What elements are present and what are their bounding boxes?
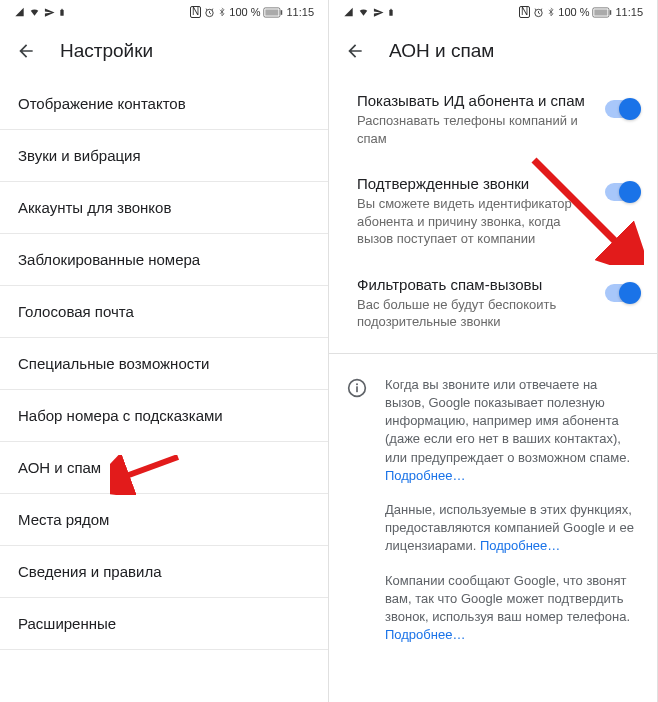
status-left-icons: [343, 7, 395, 18]
svg-rect-8: [390, 8, 391, 9]
arrow-back-icon: [345, 41, 365, 61]
alarm-icon: [204, 7, 215, 18]
status-bar: N 100 % 11:15: [329, 0, 657, 24]
svg-rect-15: [356, 386, 358, 392]
settings-content: Показывать ИД абонента и спам Распознава…: [329, 78, 657, 702]
bluetooth-icon: [547, 7, 555, 18]
toggle-filter-spam[interactable]: [605, 284, 639, 302]
learn-more-link[interactable]: Подробнее…: [480, 538, 560, 553]
toggle-verified-calls[interactable]: [605, 183, 639, 201]
app-bar: Настройки: [0, 24, 328, 78]
setting-text: Подтвержденные звонки Вы сможете видеть …: [357, 175, 589, 248]
svg-rect-4: [281, 10, 283, 15]
signal-icon: [343, 7, 354, 17]
battery-small-icon: [58, 7, 66, 18]
item-nearby[interactable]: Места рядом: [0, 494, 328, 546]
phone-caller-id: N 100 % 11:15 АОН и спам Показывать ИД а…: [329, 0, 658, 702]
item-voicemail[interactable]: Голосовая почта: [0, 286, 328, 338]
svg-rect-12: [595, 9, 608, 15]
send-icon: [44, 7, 55, 18]
battery-percent: 100 %: [229, 6, 260, 18]
wifi-icon: [28, 7, 41, 17]
setting-filter-spam[interactable]: Фильтровать спам-вызовы Вас больше не бу…: [329, 262, 657, 345]
svg-rect-7: [389, 9, 392, 15]
info-para-3: Компании сообщают Google, что звонят вам…: [385, 572, 639, 645]
clock-time: 11:15: [615, 6, 643, 18]
info-block: Когда вы звоните или отвечаете на вызов,…: [329, 362, 657, 674]
item-accessibility[interactable]: Специальные возможности: [0, 338, 328, 390]
nfc-icon: N: [519, 6, 530, 18]
svg-point-14: [356, 383, 358, 385]
info-text: Когда вы звоните или отвечаете на вызов,…: [385, 376, 639, 660]
divider: [329, 353, 657, 354]
svg-rect-11: [610, 10, 612, 15]
item-contacts-display[interactable]: Отображение контактов: [0, 78, 328, 130]
signal-icon: [14, 7, 25, 17]
nfc-icon: N: [190, 6, 201, 18]
battery-percent: 100 %: [558, 6, 589, 18]
setting-text: Показывать ИД абонента и спам Распознава…: [357, 92, 589, 147]
setting-verified-calls[interactable]: Подтвержденные звонки Вы сможете видеть …: [329, 161, 657, 262]
svg-rect-5: [266, 9, 279, 15]
status-right: N 100 % 11:15: [519, 6, 643, 18]
wifi-icon: [357, 7, 370, 17]
info-text-3: Компании сообщают Google, что звонят вам…: [385, 573, 630, 624]
phone-settings: N 100 % 11:15 Настройки Отображение конт…: [0, 0, 329, 702]
setting-show-caller-id[interactable]: Показывать ИД абонента и спам Распознава…: [329, 78, 657, 161]
learn-more-link[interactable]: Подробнее…: [385, 627, 465, 642]
info-icon: [347, 378, 367, 398]
info-text-1: Когда вы звоните или отвечаете на вызов,…: [385, 377, 630, 465]
battery-small-icon: [387, 7, 395, 18]
battery-icon: [592, 7, 612, 18]
battery-icon: [263, 7, 283, 18]
status-bar: N 100 % 11:15: [0, 0, 328, 24]
item-dial-assist[interactable]: Набор номера с подсказками: [0, 390, 328, 442]
setting-title: Показывать ИД абонента и спам: [357, 92, 589, 109]
page-title: Настройки: [60, 40, 153, 62]
item-advanced[interactable]: Расширенные: [0, 598, 328, 650]
setting-title: Подтвержденные звонки: [357, 175, 589, 192]
status-left-icons: [14, 7, 66, 18]
send-icon: [373, 7, 384, 18]
info-para-2: Данные, используемые в этих функциях, пр…: [385, 501, 639, 556]
toggle-show-caller-id[interactable]: [605, 100, 639, 118]
page-title: АОН и спам: [389, 40, 494, 62]
item-call-accounts[interactable]: Аккаунты для звонков: [0, 182, 328, 234]
clock-time: 11:15: [286, 6, 314, 18]
setting-text: Фильтровать спам-вызовы Вас больше не бу…: [357, 276, 589, 331]
bluetooth-icon: [218, 7, 226, 18]
setting-subtitle: Вас больше не будут беспокоить подозрите…: [357, 296, 589, 331]
learn-more-link[interactable]: Подробнее…: [385, 468, 465, 483]
status-right: N 100 % 11:15: [190, 6, 314, 18]
setting-subtitle: Вы сможете видеть идентификатор абонента…: [357, 195, 589, 248]
setting-title: Фильтровать спам-вызовы: [357, 276, 589, 293]
item-blocked[interactable]: Заблокированные номера: [0, 234, 328, 286]
info-para-1: Когда вы звоните или отвечаете на вызов,…: [385, 376, 639, 485]
settings-list: Отображение контактов Звуки и вибрация А…: [0, 78, 328, 702]
arrow-back-icon: [16, 41, 36, 61]
item-sounds[interactable]: Звуки и вибрация: [0, 130, 328, 182]
back-button[interactable]: [345, 41, 365, 61]
back-button[interactable]: [16, 41, 36, 61]
item-caller-id-spam[interactable]: АОН и спам: [0, 442, 328, 494]
svg-rect-0: [60, 9, 63, 15]
alarm-icon: [533, 7, 544, 18]
svg-rect-1: [61, 8, 62, 9]
app-bar: АОН и спам: [329, 24, 657, 78]
item-about[interactable]: Сведения и правила: [0, 546, 328, 598]
setting-subtitle: Распознавать телефоны компаний и спам: [357, 112, 589, 147]
